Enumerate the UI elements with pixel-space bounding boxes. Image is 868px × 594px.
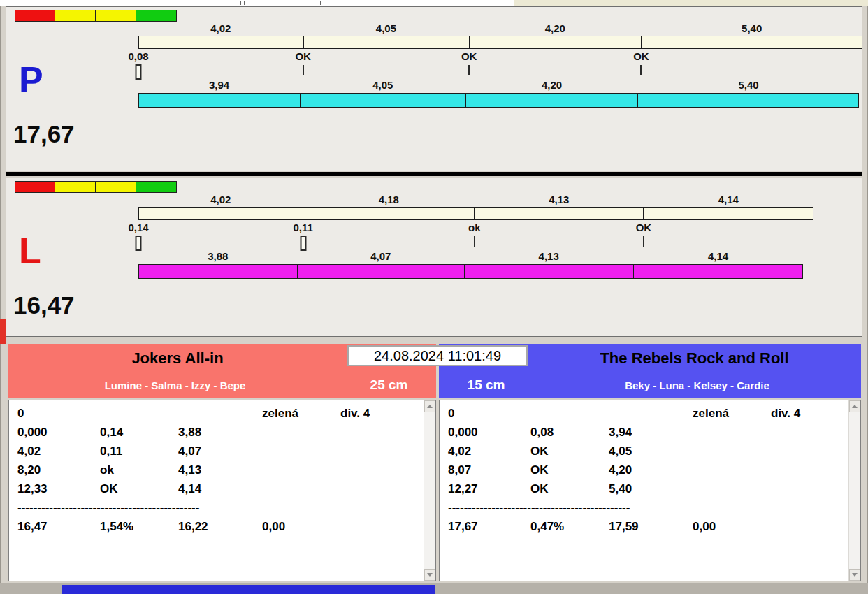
result-text-panel: 0zelenádiv. 40,0000,083,944,02OK4,058,07…: [439, 400, 861, 581]
result-cell: [609, 404, 693, 423]
result-line: 4,02OK4,05: [440, 442, 848, 461]
result-cell: 4,07: [178, 442, 262, 461]
split-bar: [138, 207, 862, 220]
gap-labels-row: 0,08OKOKOK: [138, 50, 862, 63]
result-line: 4,020,114,07: [9, 442, 423, 461]
result-cell: 17,59: [609, 517, 693, 536]
result-cell: 16,47: [9, 517, 100, 536]
gap-tick-marker: [643, 236, 644, 247]
bar-segment: [465, 265, 634, 278]
segment-time-label: 5,40: [638, 79, 860, 91]
result-line: 0,0000,083,94: [440, 423, 848, 442]
team-members: Beky - Luna - Kelsey - Cardie: [533, 379, 861, 391]
bar-segment: [139, 94, 301, 107]
traffic-light-blocks: [15, 10, 177, 22]
jump-height-label: 25 cm: [342, 377, 436, 393]
result-cell: OK: [530, 479, 609, 498]
jump-height-label: 15 cm: [439, 377, 533, 393]
strip-tick: [244, 1, 245, 5]
result-separator-line: ----------------------------------------…: [440, 498, 848, 517]
result-cell: 0,00: [693, 517, 771, 536]
result-cell: 8,07: [440, 461, 530, 479]
result-cell: 0: [9, 404, 100, 423]
result-line: 12,27OK5,40: [440, 479, 848, 498]
segment-time-label: 4,13: [475, 194, 644, 205]
gap-tick-marker: [303, 65, 304, 75]
result-line: 8,20ok4,13: [9, 461, 423, 479]
gap-box-marker: [300, 236, 306, 251]
bar-segment: [634, 265, 802, 278]
result-cell: 4,02: [440, 442, 530, 461]
chevron-up-icon: [852, 405, 858, 408]
result-cell: ok: [100, 461, 178, 479]
result-line: 8,07OK4,20: [440, 461, 848, 479]
bar-segment: [139, 208, 303, 219]
run-bar: [138, 264, 862, 279]
lane-separator: [6, 172, 862, 176]
result-cell: div. 4: [771, 404, 848, 423]
result-cell: 4,20: [609, 461, 693, 479]
bar-segment: [298, 265, 464, 278]
vertical-scrollbar[interactable]: [424, 400, 435, 581]
traffic-block: [136, 181, 177, 193]
traffic-block: [15, 181, 55, 193]
result-cell: zelená: [262, 404, 340, 423]
bar-segment: [304, 36, 470, 48]
result-cell: 0,000: [9, 423, 100, 442]
title-strip: [0, 0, 868, 6]
bar-segment: [303, 208, 475, 219]
result-cell: 17,67: [440, 517, 530, 536]
vertical-scrollbar[interactable]: [848, 400, 860, 581]
gap-markers-row: [138, 235, 862, 252]
result-cell: 0,00: [262, 517, 340, 536]
lane-panel-l: 4,024,184,134,14 0,140,11okOK 3,884,074,…: [6, 178, 862, 337]
segment-time-label: 3,94: [138, 79, 300, 91]
run-bar: [138, 93, 862, 108]
scroll-up-button[interactable]: [424, 400, 435, 412]
chevron-up-icon: [427, 405, 433, 408]
segment-time-label: 4,05: [300, 79, 465, 91]
result-cell: 0,14: [100, 423, 178, 442]
result-cell: 5,40: [609, 479, 693, 498]
timestamp: 24.08.2024 11:01:49: [347, 345, 528, 366]
bar-segment: [642, 36, 862, 48]
result-cell: 4,13: [178, 461, 262, 479]
traffic-block: [55, 10, 96, 22]
result-cell: 0,08: [530, 423, 609, 442]
lane-footer-strip: [6, 150, 862, 171]
result-text: 0zelenádiv. 40,0000,083,944,02OK4,058,07…: [440, 404, 848, 581]
segment-time-label: 4,18: [303, 194, 475, 205]
bar-segment: [466, 94, 638, 107]
bar-segment: [644, 208, 812, 219]
lane-total-time: 16,47: [13, 293, 75, 317]
result-cell: 0: [440, 404, 530, 423]
result-cell: 8,20: [9, 461, 100, 479]
lane-footer-strip: [6, 321, 862, 336]
result-cell: [178, 404, 262, 423]
gap-label: OK: [633, 50, 649, 62]
gap-label: OK: [636, 222, 652, 233]
segment-time-label: 4,13: [464, 250, 633, 262]
gap-label: 0,08: [128, 50, 148, 62]
result-cell: zelená: [693, 404, 771, 423]
lane-panel-p: 4,024,054,205,40 0,08OKOKOK 3,944,054,20…: [6, 6, 862, 171]
result-line: 0zelenádiv. 4: [440, 404, 848, 423]
scroll-down-button[interactable]: [849, 569, 860, 581]
traffic-block: [96, 181, 136, 193]
gap-label: OK: [461, 50, 477, 62]
run-time-labels: 3,944,054,205,40: [138, 79, 862, 92]
result-cell: 4,05: [609, 442, 693, 461]
gap-tick-marker: [474, 236, 475, 247]
scroll-up-button[interactable]: [849, 400, 860, 412]
gap-label: 0,14: [128, 222, 148, 233]
segment-time-label: 4,07: [297, 250, 464, 262]
gap-label: ok: [468, 222, 481, 233]
lane-total-time: 17,67: [13, 122, 75, 146]
team-members: Lumine - Salma - Izzy - Bepe: [8, 379, 342, 391]
segment-time-label: 4,14: [633, 250, 803, 262]
result-text: 0zelenádiv. 40,0000,143,884,020,114,078,…: [9, 404, 423, 581]
result-cell: 12,27: [440, 479, 530, 498]
split-time-labels: 4,024,184,134,14: [138, 194, 862, 206]
result-cell: 4,14: [178, 479, 262, 498]
scroll-down-button[interactable]: [424, 569, 435, 581]
